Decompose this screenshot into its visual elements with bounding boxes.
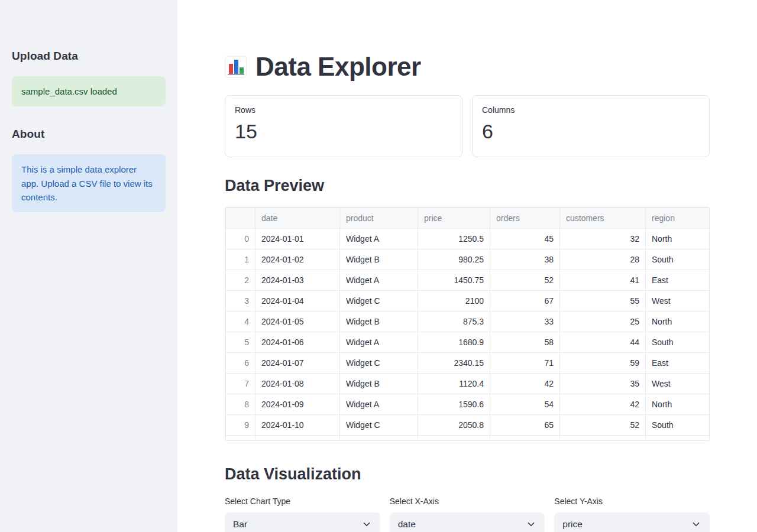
table-cell[interactable]: 2024-01-01 <box>255 229 340 249</box>
table-cell[interactable]: 2024-01-02 <box>255 249 340 270</box>
table-cell[interactable]: 67 <box>490 291 560 312</box>
table-cell[interactable]: West <box>646 291 710 312</box>
row-index-cell[interactable]: 10 <box>226 436 255 442</box>
table-cell[interactable]: 52 <box>560 415 646 436</box>
table-row: 22024-01-03Widget A1450.755241East <box>226 270 710 291</box>
table-cell[interactable]: Widget A <box>340 270 418 291</box>
y-axis-select[interactable]: price <box>554 512 710 532</box>
table-cell[interactable]: 2024-01-07 <box>255 353 340 374</box>
row-index-cell[interactable]: 3 <box>226 291 255 312</box>
table-cell[interactable] <box>490 436 560 442</box>
column-header[interactable]: region <box>646 208 710 229</box>
column-header[interactable]: product <box>340 208 418 229</box>
about-info-text: This is a simple data explorer app. Uplo… <box>21 164 153 202</box>
row-index-cell[interactable]: 6 <box>226 353 255 374</box>
row-index-cell[interactable]: 2 <box>226 270 255 291</box>
table-cell[interactable]: 2050.8 <box>418 415 490 436</box>
table-cell[interactable]: 1120.4 <box>418 374 490 394</box>
table-cell[interactable]: South <box>646 332 710 353</box>
chart-type-select[interactable]: Bar <box>225 512 380 532</box>
table-cell[interactable]: North <box>646 312 710 332</box>
table-cell[interactable]: 54 <box>490 394 560 415</box>
table-cell[interactable] <box>560 436 646 442</box>
table-cell[interactable]: 42 <box>490 374 560 394</box>
table-cell[interactable]: Widget C <box>340 415 418 436</box>
table-cell[interactable]: Widget B <box>340 374 418 394</box>
table-cell[interactable]: 2024-01-08 <box>255 374 340 394</box>
table-cell[interactable]: 38 <box>490 249 560 270</box>
table-cell[interactable]: 45 <box>490 229 560 249</box>
row-index-cell[interactable]: 0 <box>226 229 255 249</box>
table-cell[interactable]: Widget C <box>340 353 418 374</box>
table-cell[interactable]: 2024-01-06 <box>255 332 340 353</box>
row-index-cell[interactable]: 5 <box>226 332 255 353</box>
data-preview-table[interactable]: dateproductpriceorderscustomersregion 02… <box>225 207 710 441</box>
y-axis-label: Select Y-Axis <box>554 497 710 506</box>
column-header[interactable]: orders <box>490 208 560 229</box>
table-cell[interactable]: 2340.15 <box>418 353 490 374</box>
table-cell[interactable]: 2024-01-04 <box>255 291 340 312</box>
table-cell[interactable]: 875.3 <box>418 312 490 332</box>
row-index-cell[interactable]: 9 <box>226 415 255 436</box>
table-cell[interactable]: Widget C <box>340 291 418 312</box>
table-cell[interactable]: 59 <box>560 353 646 374</box>
table-cell[interactable]: 1680.9 <box>418 332 490 353</box>
table-cell[interactable]: Widget B <box>340 312 418 332</box>
table-cell[interactable]: East <box>646 353 710 374</box>
data-preview-heading: Data Preview <box>225 177 710 195</box>
table-cell[interactable]: 42 <box>560 394 646 415</box>
x-axis-control: Select X-Axis date <box>390 497 545 532</box>
row-index-cell[interactable]: 8 <box>226 394 255 415</box>
upload-data-heading: Upload Data <box>12 50 166 63</box>
table-cell[interactable]: East <box>646 270 710 291</box>
table-cell[interactable]: 71 <box>490 353 560 374</box>
table-cell[interactable]: 980.25 <box>418 249 490 270</box>
column-header[interactable] <box>226 208 255 229</box>
table-cell[interactable]: 65 <box>490 415 560 436</box>
table-cell[interactable]: 52 <box>490 270 560 291</box>
table-cell[interactable]: East <box>646 436 710 442</box>
table-row: 82024-01-09Widget A1590.65442North <box>226 394 710 415</box>
table-cell[interactable]: 1450.75 <box>418 270 490 291</box>
column-header[interactable]: date <box>255 208 340 229</box>
table-cell[interactable]: West <box>646 374 710 394</box>
table-cell[interactable]: 28 <box>560 249 646 270</box>
table-cell[interactable]: 1590.6 <box>418 394 490 415</box>
table-cell[interactable]: 32 <box>560 229 646 249</box>
table-cell[interactable]: 2100 <box>418 291 490 312</box>
row-index-cell[interactable]: 7 <box>226 374 255 394</box>
table-cell[interactable]: North <box>646 394 710 415</box>
table-cell[interactable]: 2024-01-03 <box>255 270 340 291</box>
table-cell[interactable]: 2024-01-09 <box>255 394 340 415</box>
column-header[interactable]: customers <box>560 208 646 229</box>
chart-type-label: Select Chart Type <box>225 497 380 506</box>
table-cell[interactable]: 1250.5 <box>418 229 490 249</box>
table-row: 02024-01-01Widget A1250.54532North <box>226 229 710 249</box>
table-cell[interactable]: 25 <box>560 312 646 332</box>
table-cell[interactable]: Widget A <box>340 394 418 415</box>
table-cell[interactable]: Widget B <box>340 249 418 270</box>
table-cell[interactable]: 41 <box>560 270 646 291</box>
row-index-cell[interactable]: 1 <box>226 249 255 270</box>
table-cell[interactable]: South <box>646 249 710 270</box>
row-index-cell[interactable]: 4 <box>226 312 255 332</box>
table-cell[interactable]: 55 <box>560 291 646 312</box>
table-cell[interactable]: 33 <box>490 312 560 332</box>
table-cell[interactable]: 35 <box>560 374 646 394</box>
table-cell[interactable]: North <box>646 229 710 249</box>
page-title: Data Explorer <box>255 52 421 82</box>
table-cell[interactable]: Widget B <box>340 436 418 442</box>
table-cell[interactable] <box>418 436 490 442</box>
main-content: Data Explorer Rows 15 Columns 6 Data Pre… <box>177 0 757 532</box>
table-cell[interactable]: South <box>646 415 710 436</box>
column-header[interactable]: price <box>418 208 490 229</box>
table-cell[interactable]: 2024-01-05 <box>255 312 340 332</box>
table-row: 12024-01-02Widget B980.253828South <box>226 249 710 270</box>
table-cell[interactable]: 58 <box>490 332 560 353</box>
x-axis-select[interactable]: date <box>390 512 545 532</box>
table-cell[interactable]: 44 <box>560 332 646 353</box>
table-cell[interactable]: 2024-01-11 <box>255 436 340 442</box>
table-cell[interactable]: Widget A <box>340 229 418 249</box>
table-cell[interactable]: Widget A <box>340 332 418 353</box>
table-cell[interactable]: 2024-01-10 <box>255 415 340 436</box>
